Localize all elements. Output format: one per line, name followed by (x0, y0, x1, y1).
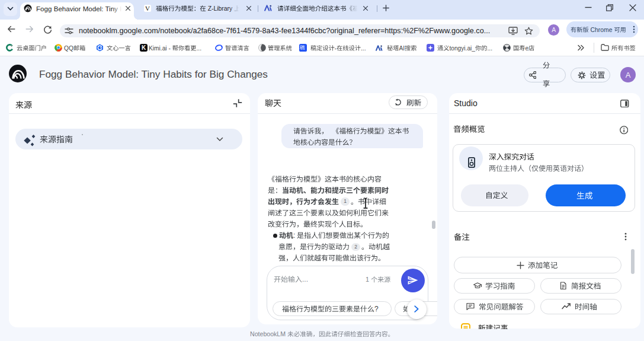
svg-text:1: 1 (366, 276, 369, 283)
svg-text:AI: AI (399, 44, 405, 51)
svg-text:-: - (335, 44, 337, 51)
svg-text:K: K (142, 44, 146, 51)
svg-text:?: ? (374, 305, 379, 313)
svg-text:V: V (145, 5, 150, 12)
svg-text:Chrome: Chrome (591, 27, 613, 33)
svg-text:tongyi.ai_: tongyi.ai_ (449, 44, 475, 51)
svg-text:...: ... (488, 44, 493, 51)
svg-text:Kimi.ai -: Kimi.ai - (149, 44, 171, 51)
svg-text:QQ: QQ (64, 44, 73, 51)
svg-text:...: ... (361, 44, 366, 51)
svg-text:...: ... (302, 275, 308, 283)
svg-text:...: ... (197, 44, 202, 51)
svg-text:e: e (525, 44, 528, 51)
svg-text:NotebookLM: NotebookLM (250, 331, 286, 338)
